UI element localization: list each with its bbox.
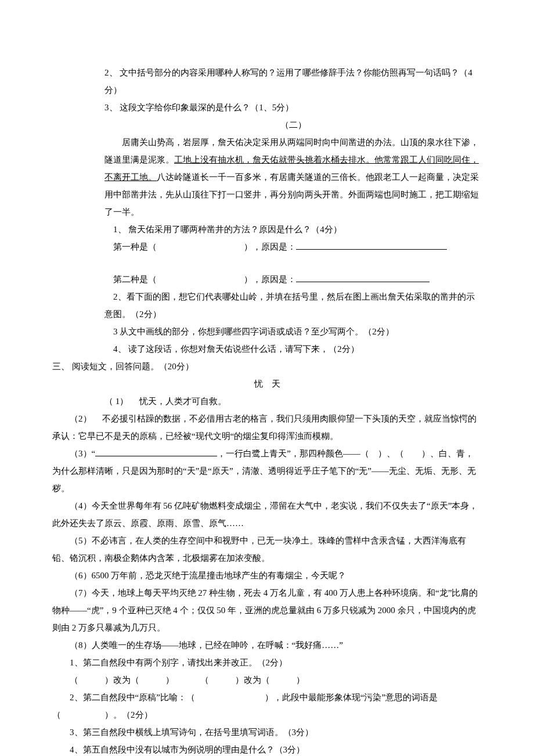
p2-q1-second: 第二种是（ ），原因是： xyxy=(52,271,482,288)
p2-q2: 2、看下面的图，想它们代表哪处山岭，并填在括号里，然后在图上画出詹天佑采取的凿井… xyxy=(52,288,482,323)
passage-2-text-b: 八达岭隧道长一千一百多米，有居庸关隧道的三倍长。他跟老工人一起商量，决定采用中部… xyxy=(104,172,479,217)
para-1: （ 1） 忧天，人类才可自救。 xyxy=(52,393,482,410)
section-2-title: （二） xyxy=(52,116,482,134)
p2-q1: 1、 詹天佑采用了哪两种凿井的方法？原因是什么？（4分） xyxy=(52,221,482,238)
para-2: （2） 不必援引枯躁的数据，不必借用古老的格言，我们只须用肉眼仰望一下头顶的天空… xyxy=(52,410,482,445)
passage-3-title: 忧 天 xyxy=(52,375,482,393)
reading-q2: 2、第二自然段中“原稿”比喻：（ ），此段中最能形象体现“污染”意思的词语是（ … xyxy=(52,689,482,723)
question-3: 3、 这段文字给你印象最深的是什么？（1、5分） xyxy=(52,99,482,116)
para-3-a: （3）“ xyxy=(70,449,95,458)
reading-q1: 1、第二自然段中有两个别字，请找出来并改正。（2分） xyxy=(52,654,482,671)
para-6: （6）6500 万年前，恐龙灭绝于流星撞击地球产生的有毒烟尘，今天呢？ xyxy=(52,567,482,584)
blank-line[interactable] xyxy=(296,282,430,282)
para-7: （7）今天，地球上每天平均灭绝 27 种生物，死去 4 万名儿童，有 400 万… xyxy=(52,584,482,636)
para-8: （8）人类唯一的生存场——地球，已经在呻吟，在呼喊：“我好痛……” xyxy=(52,636,482,654)
para-3: （3）“，一行白鹭上青天”，那四种颜色——（ ）、（ ）、白、青，为什么那样清晰… xyxy=(52,445,482,497)
p2-q1-first-label: 第一种是（ ），原因是： xyxy=(113,242,296,251)
para-5: （5）不必讳言，在人类的生存空间中和视野中，已无一块净土。珠峰的雪样中含汞含锰，… xyxy=(52,532,482,567)
para-4: （4）今天全世界每年有 56 亿吨矿物燃料变成烟尘，滞留在大气中，老实说，我们不… xyxy=(52,497,482,532)
p2-q3: 3 从文中画线的部分，你想到哪些四字词语或成语？至少写两个。（2分） xyxy=(52,323,482,340)
p2-q1-first: 第一种是（ ），原因是： xyxy=(52,238,482,255)
passage-2: 居庸关山势高，岩层厚，詹天佑决定采用从两端同时向中间凿进的办法。山顶的泉水往下渗… xyxy=(52,134,482,221)
section-3-heading: 三、 阅读短文，回答问题。（20分） xyxy=(52,358,482,375)
question-2: 2、 文中括号部分的内容采用哪种人称写的？运用了哪些修辞手法？你能仿照再写一句话… xyxy=(52,64,482,99)
p2-q1-second-label: 第二种是（ ），原因是： xyxy=(113,275,296,284)
reading-q4: 4、第五自然段中没有以城市为例说明的理由是什么？（3分） xyxy=(52,741,482,756)
reading-q1-blanks: （ ）改为（ ） （ ）改为（ ） xyxy=(52,671,482,689)
p2-q4: 4、 读了这段话，你想对詹天佑说些什么话，请写下来，（2分） xyxy=(52,340,482,358)
reading-q3: 3、第三自然段中横线上填写诗句，在括号里填写词语。（3分） xyxy=(52,723,482,741)
blank-line[interactable] xyxy=(95,456,217,456)
blank-line[interactable] xyxy=(296,249,447,250)
